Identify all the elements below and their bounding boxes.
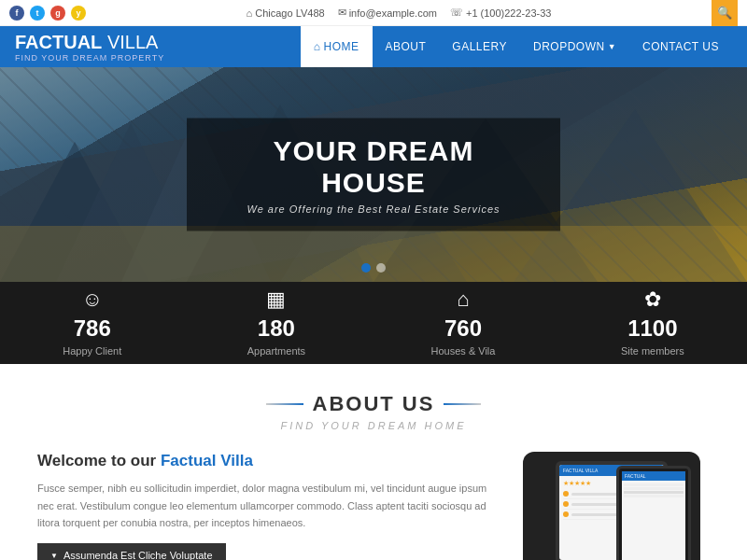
about-content: Welcome to our Factual Villa Fusce sempe… bbox=[37, 452, 710, 560]
email-text: info@example.com bbox=[349, 7, 437, 19]
section-subtitle: Find Your Dream Home bbox=[37, 420, 710, 431]
phone-text: +1 (100)222-23-33 bbox=[466, 7, 551, 19]
happy-clients-number: 786 bbox=[63, 315, 121, 342]
location-info: ⌂ Chicago LV488 bbox=[247, 7, 325, 19]
location-text: Chicago LV488 bbox=[255, 7, 324, 19]
about-right-mockups: FACTUAL VILLA ★★★★★ bbox=[523, 452, 710, 560]
home-nav-icon: ⌂ bbox=[314, 40, 321, 53]
twitter-icon[interactable]: t bbox=[30, 6, 45, 21]
navbar: FACTUAL VILLA FIND YOUR DREAM PROPERTY ⌂… bbox=[0, 26, 747, 67]
section-title-wrap: ABOUT US Find Your Dream Home bbox=[37, 392, 710, 431]
top-bar: f t g y ⌂ Chicago LV488 ✉ info@example.c… bbox=[0, 0, 747, 26]
contact-info: ⌂ Chicago LV488 ✉ info@example.com ☏ +1 … bbox=[247, 7, 552, 19]
nav-gallery[interactable]: GALLERY bbox=[439, 26, 520, 67]
email-icon: ✉ bbox=[338, 7, 346, 19]
about-button[interactable]: Assumenda Est Cliche Voluptate bbox=[37, 543, 226, 560]
happy-clients-label: Happy Client bbox=[63, 345, 121, 357]
dropdown-arrow-icon: ▼ bbox=[608, 42, 616, 51]
appartments-number: 180 bbox=[247, 315, 305, 342]
houses-number: 760 bbox=[431, 315, 496, 342]
tablet-bar: FACTUAL bbox=[622, 471, 685, 481]
houses-icon: ⌂ bbox=[431, 287, 496, 312]
search-button[interactable]: 🔍 bbox=[712, 0, 738, 26]
hero-subtitle: We are Offering the Best Real Estate Ser… bbox=[224, 203, 523, 215]
nav-about[interactable]: ABOUT bbox=[373, 26, 440, 67]
hero-carousel-dots bbox=[361, 263, 386, 273]
houses-label: Houses & Vila bbox=[431, 345, 496, 357]
stats-bar: ☺ 786 Happy Client ▦ 180 Appartments ⌂ 7… bbox=[0, 282, 747, 364]
email-info: ✉ info@example.com bbox=[338, 7, 437, 19]
carousel-dot-1[interactable] bbox=[361, 263, 371, 273]
hero-section: YOUR DREAM HOUSE We are Offering the Bes… bbox=[0, 67, 747, 282]
stat-appartments: ▦ 180 Appartments bbox=[247, 287, 305, 358]
about-text: Welcome to our Factual Villa Fusce sempe… bbox=[37, 452, 495, 560]
tablet-content bbox=[622, 481, 685, 500]
nav-dropdown[interactable]: DROPDOWN ▼ bbox=[520, 26, 629, 67]
nav-contact[interactable]: CONTACT US bbox=[629, 26, 732, 67]
phone-icon: ☏ bbox=[450, 7, 463, 19]
home-icon: ⌂ bbox=[247, 7, 253, 19]
about-heading: Welcome to our Factual Villa bbox=[37, 452, 495, 470]
about-paragraph: Fusce semper, nibh eu sollicitudin imper… bbox=[37, 480, 495, 532]
nav-home[interactable]: ⌂ HOME bbox=[301, 26, 373, 67]
appartments-label: Appartments bbox=[247, 345, 305, 357]
googleplus-icon[interactable]: g bbox=[50, 6, 65, 21]
phone-info: ☏ +1 (100)222-23-33 bbox=[450, 7, 551, 19]
tablet-screen: FACTUAL bbox=[622, 471, 685, 560]
device-mockups: FACTUAL VILLA ★★★★★ bbox=[523, 452, 700, 560]
section-title: ABOUT US bbox=[37, 392, 710, 416]
hero-content: YOUR DREAM HOUSE We are Offering the Bes… bbox=[187, 119, 560, 231]
members-icon: ✿ bbox=[621, 287, 684, 312]
stat-houses: ⌂ 760 Houses & Vila bbox=[431, 287, 496, 358]
carousel-dot-2[interactable] bbox=[376, 263, 386, 273]
members-number: 1100 bbox=[621, 315, 684, 342]
members-label: Site members bbox=[621, 345, 684, 357]
youtube-icon[interactable]: y bbox=[71, 6, 86, 21]
hero-title: YOUR DREAM HOUSE bbox=[224, 135, 523, 199]
happy-client-icon: ☺ bbox=[63, 287, 121, 312]
stat-members: ✿ 1100 Site members bbox=[621, 287, 684, 358]
nav-links: ⌂ HOME ABOUT GALLERY DROPDOWN ▼ CONTACT … bbox=[301, 26, 732, 67]
tablet-mockup: FACTUAL bbox=[616, 466, 691, 560]
social-links: f t g y bbox=[9, 6, 86, 21]
appartments-icon: ▦ bbox=[247, 287, 305, 312]
about-section: ABOUT US Find Your Dream Home Welcome to… bbox=[0, 364, 747, 560]
brand-logo: FACTUAL VILLA FIND YOUR DREAM PROPERTY bbox=[15, 32, 164, 63]
stat-happy-clients: ☺ 786 Happy Client bbox=[63, 287, 121, 358]
phone-bar-text: FACTUAL VILLA bbox=[563, 468, 598, 473]
facebook-icon[interactable]: f bbox=[9, 6, 24, 21]
svg-rect-7 bbox=[0, 226, 747, 282]
